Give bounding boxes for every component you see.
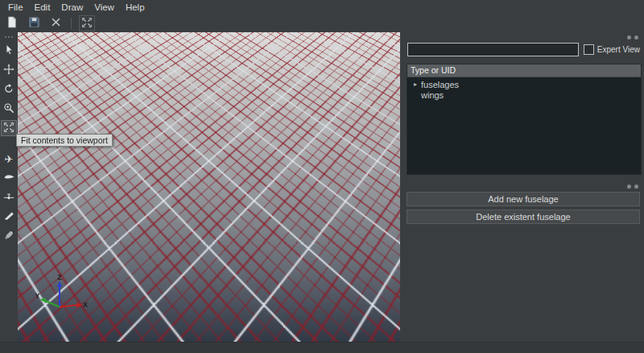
menu-draw[interactable]: Draw — [56, 1, 89, 14]
viewport-3d[interactable]: Z X Y — [18, 32, 400, 343]
fit-view-icon — [81, 17, 93, 31]
rotate-tool-button[interactable] — [1, 81, 17, 98]
aircraft-front-view-icon — [3, 191, 14, 205]
wing-icon — [3, 210, 14, 224]
tooltip: Fit contents to viewport — [16, 134, 113, 147]
fit-view-button[interactable] — [79, 15, 95, 31]
scene-tree: Type or UID fuselages wings — [407, 64, 642, 175]
axis-y-label: Y — [35, 292, 39, 300]
axis-z-label: Z — [57, 273, 62, 281]
save-button[interactable] — [26, 15, 42, 31]
tree-body: fuselages wings — [407, 77, 641, 174]
zoom-tool-icon — [3, 102, 14, 116]
tree-header: Type or UID — [407, 64, 641, 77]
pan-tool-icon — [3, 64, 14, 77]
screw-icon — [3, 230, 14, 243]
aircraft-front-view-tool-button[interactable] — [1, 189, 17, 206]
pan-tool-button[interactable] — [1, 62, 17, 78]
rotate-tool-icon — [3, 83, 14, 97]
save-icon — [28, 16, 40, 31]
menu-edit[interactable]: Edit — [29, 1, 56, 14]
main-toolbar — [0, 15, 644, 32]
filter-row: Expert View — [407, 43, 640, 56]
menu-file[interactable]: File — [2, 1, 29, 14]
toolbar-separator — [71, 18, 72, 29]
palette-handle-dots[interactable] — [5, 36, 13, 38]
dock-handle-dots-mid[interactable] — [627, 185, 638, 189]
fit-contents-tool-button[interactable] — [1, 120, 17, 136]
expert-view-checkbox[interactable] — [584, 44, 594, 55]
tree-item-label: fuselages — [421, 80, 459, 89]
airfoil-icon — [3, 171, 15, 185]
menu-bar: File Edit Draw View Help — [0, 0, 644, 15]
tree-item-fuselages[interactable]: fuselages — [407, 79, 641, 89]
wing-tool-button[interactable] — [1, 209, 17, 225]
screw-tool-button[interactable] — [1, 228, 17, 244]
close-icon — [51, 17, 61, 30]
status-bar — [0, 342, 644, 353]
filter-input[interactable] — [407, 43, 579, 56]
menu-help[interactable]: Help — [120, 1, 151, 14]
expert-view-label: Expert View — [597, 45, 640, 54]
menu-view[interactable]: View — [89, 1, 120, 14]
expand-arrow-icon[interactable] — [414, 81, 421, 88]
app-window: File Edit Draw View Help — [0, 0, 644, 353]
select-tool-icon — [4, 44, 14, 57]
tree-item-label: wings — [421, 90, 444, 100]
close-button[interactable] — [47, 15, 64, 31]
aircraft-top-view-tool-button[interactable]: ✈ — [1, 151, 17, 167]
fit-contents-tool-icon — [3, 122, 14, 135]
axes-triad: Z X Y — [34, 273, 90, 320]
new-file-button[interactable] — [4, 15, 20, 31]
aircraft-top-view-icon: ✈ — [5, 154, 14, 164]
tool-palette: ✈ — [0, 32, 18, 343]
axis-x-label: X — [83, 301, 88, 309]
add-fuselage-button[interactable]: Add new fuselage — [407, 192, 640, 206]
select-tool-button[interactable] — [1, 43, 17, 59]
delete-fuselage-button[interactable]: Delete existent fuselage — [407, 210, 640, 224]
zoom-tool-button[interactable] — [1, 101, 17, 117]
tree-item-wings[interactable]: wings — [407, 89, 641, 100]
dock-handle-dots-top[interactable] — [627, 35, 638, 39]
new-file-icon — [6, 16, 18, 31]
airfoil-tool-button[interactable] — [1, 170, 17, 186]
